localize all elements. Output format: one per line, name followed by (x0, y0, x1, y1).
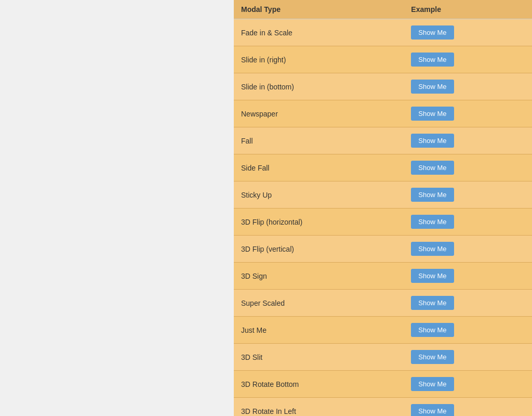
example-cell: Show Me (404, 371, 532, 398)
table-row: Slide in (right)Show Me (234, 46, 532, 73)
modal-type-cell: 3D Sign (234, 263, 404, 290)
modal-type-cell: Newspaper (234, 100, 404, 127)
show-me-button[interactable]: Show Me (411, 215, 454, 229)
show-me-button[interactable]: Show Me (411, 188, 454, 202)
example-cell: Show Me (404, 46, 532, 73)
example-cell: Show Me (404, 100, 532, 127)
table-row: FallShow Me (234, 127, 532, 154)
show-me-button[interactable]: Show Me (411, 25, 454, 40)
table-row: 3D Rotate BottomShow Me (234, 371, 532, 398)
modal-type-cell: 3D Rotate In Left (234, 398, 404, 417)
col-header-modal-type: Modal Type (234, 0, 404, 19)
modal-type-cell: Fall (234, 127, 404, 154)
modal-type-cell: 3D Flip (vertical) (234, 236, 404, 263)
modal-type-cell: Slide in (right) (234, 46, 404, 73)
example-cell: Show Me (404, 263, 532, 290)
table-row: NewspaperShow Me (234, 100, 532, 127)
example-cell: Show Me (404, 127, 532, 154)
modal-type-cell: 3D Slit (234, 344, 404, 371)
modal-type-cell: Just Me (234, 317, 404, 344)
table-row: 3D SlitShow Me (234, 344, 532, 371)
modal-type-cell: Super Scaled (234, 290, 404, 317)
show-me-button[interactable]: Show Me (411, 323, 454, 337)
table-row: 3D SignShow Me (234, 263, 532, 290)
table-row: Fade in & ScaleShow Me (234, 19, 532, 46)
show-me-button[interactable]: Show Me (411, 107, 454, 121)
table-container: Modal Type Example Fade in & ScaleShow M… (234, 0, 532, 416)
modal-type-cell: 3D Flip (horizontal) (234, 209, 404, 236)
show-me-button[interactable]: Show Me (411, 242, 454, 256)
show-me-button[interactable]: Show Me (411, 53, 454, 67)
example-cell: Show Me (404, 19, 532, 46)
example-cell: Show Me (404, 209, 532, 236)
modal-type-cell: 3D Rotate Bottom (234, 371, 404, 398)
table-row: 3D Flip (horizontal)Show Me (234, 209, 532, 236)
show-me-button[interactable]: Show Me (411, 404, 454, 416)
example-cell: Show Me (404, 181, 532, 209)
table-row: 3D Flip (vertical)Show Me (234, 236, 532, 263)
table-row: 3D Rotate In LeftShow Me (234, 398, 532, 417)
example-cell: Show Me (404, 154, 532, 181)
show-me-button[interactable]: Show Me (411, 80, 454, 94)
modal-type-cell: Sticky Up (234, 181, 404, 209)
table-row: Sticky UpShow Me (234, 181, 532, 209)
example-cell: Show Me (404, 73, 532, 100)
modal-type-cell: Fade in & Scale (234, 19, 404, 46)
show-me-button[interactable]: Show Me (411, 350, 454, 364)
example-cell: Show Me (404, 317, 532, 344)
table-row: Side FallShow Me (234, 154, 532, 181)
table-row: Super ScaledShow Me (234, 290, 532, 317)
show-me-button[interactable]: Show Me (411, 134, 454, 148)
example-cell: Show Me (404, 398, 532, 417)
show-me-button[interactable]: Show Me (411, 269, 454, 283)
table-row: Slide in (bottom)Show Me (234, 73, 532, 100)
show-me-button[interactable]: Show Me (411, 161, 454, 175)
show-me-button[interactable]: Show Me (411, 377, 454, 391)
modal-types-table: Modal Type Example Fade in & ScaleShow M… (234, 0, 532, 416)
example-cell: Show Me (404, 236, 532, 263)
col-header-example: Example (404, 0, 532, 19)
modal-type-cell: Slide in (bottom) (234, 73, 404, 100)
modal-type-cell: Side Fall (234, 154, 404, 181)
left-panel (0, 0, 234, 416)
table-row: Just MeShow Me (234, 317, 532, 344)
show-me-button[interactable]: Show Me (411, 296, 454, 310)
example-cell: Show Me (404, 344, 532, 371)
example-cell: Show Me (404, 290, 532, 317)
